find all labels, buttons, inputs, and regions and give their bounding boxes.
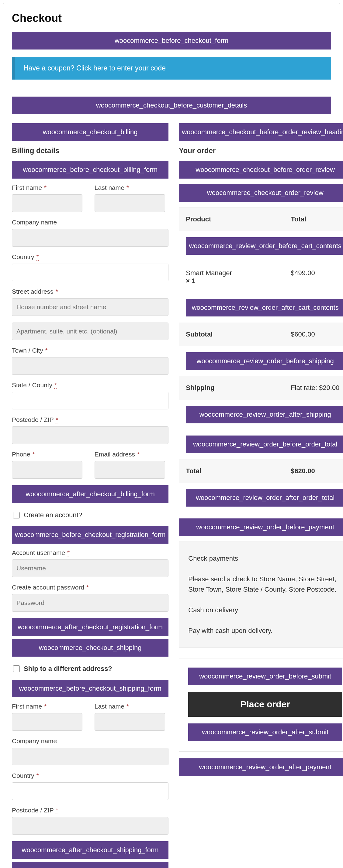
hook-after-checkout-registration-form: woocommerce_after_checkout_registration_… (12, 618, 168, 636)
hook-checkout-billing: woocommerce_checkout_billing (12, 123, 168, 141)
billing-last-name-input[interactable] (94, 194, 165, 212)
billing-phone-label: Phone * (12, 451, 82, 458)
billing-postcode-label: Postcode / ZIP * (12, 416, 168, 423)
shipping-postcode-input[interactable] (12, 817, 168, 835)
billing-phone-input[interactable] (12, 461, 82, 478)
order-shipping-value: Flat rate: $20.00 (284, 376, 343, 400)
order-shipping-label: Shipping (179, 376, 284, 400)
hook-review-after-submit: woocommerce_review_order_after_submit (188, 723, 342, 741)
billing-country-input[interactable] (12, 264, 168, 281)
hook-checkout-order-review: woocommerce_checkout_order_review (179, 184, 343, 202)
hook-before-checkout-registration-form: woocommerce_before_checkout_registration… (12, 526, 168, 544)
order-subtotal-value: $600.00 (284, 322, 343, 346)
shipping-postcode-label: Postcode / ZIP * (12, 807, 168, 814)
billing-first-name-label: First name * (12, 184, 82, 191)
billing-email-label: Email address * (94, 451, 165, 458)
order-item-name: Smart Manager × 1 (179, 261, 284, 293)
billing-town-input[interactable] (12, 357, 168, 375)
hook-before-checkout-shipping-form: woocommerce_before_checkout_shipping_for… (12, 680, 168, 697)
payment-cod-desc: Pay with cash upon delivery. (188, 626, 342, 636)
order-review-table: Product Total woocommerce_review_order_b… (179, 207, 343, 513)
order-heading: Your order (179, 146, 343, 155)
shipping-last-name-label: Last name * (94, 703, 165, 710)
order-subtotal-label: Subtotal (179, 322, 284, 346)
billing-street1-input[interactable] (12, 298, 168, 316)
shipping-company-input[interactable] (12, 748, 168, 765)
order-head-product: Product (179, 208, 284, 231)
billing-state-label: State / County * (12, 381, 168, 389)
left-column: woocommerce_checkout_billing Billing det… (12, 123, 168, 868)
billing-email-input[interactable] (94, 461, 165, 478)
hook-review-before-payment: woocommerce_review_order_before_payment (179, 519, 343, 536)
order-total-label: Total (179, 459, 284, 483)
billing-country-label: Country * (12, 253, 168, 260)
create-account-label: Create an account? (24, 511, 82, 519)
shipping-company-label: Company name (12, 737, 168, 745)
hook-review-after-cart-contents: woocommerce_review_order_after_cart_cont… (186, 299, 343, 316)
billing-street2-input[interactable] (12, 322, 168, 340)
hook-checkout-before-order-review: woocommerce_checkout_before_order_review (179, 161, 343, 179)
payment-check-desc: Please send a check to Store Name, Store… (188, 574, 342, 595)
hook-before-checkout-form: woocommerce_before_checkout_form (12, 32, 331, 50)
ship-different-label: Ship to a different address? (24, 665, 112, 673)
account-username-input[interactable] (12, 559, 168, 577)
hook-before-checkout-billing-form: woocommerce_before_checkout_billing_form (12, 161, 168, 179)
create-account-checkbox[interactable] (13, 512, 20, 519)
shipping-first-name-label: First name * (12, 703, 82, 710)
hook-review-after-payment: woocommerce_review_order_after_payment (179, 758, 343, 776)
hook-before-order-notes: woocommerce_before_order_notes (12, 862, 168, 868)
shipping-country-label: Country * (12, 772, 168, 779)
shipping-first-name-input[interactable] (12, 713, 82, 731)
order-head-total: Total (284, 208, 343, 231)
hook-review-before-shipping: woocommerce_review_order_before_shipping (186, 352, 343, 370)
hook-after-checkout-shipping-form: woocommerce_after_checkout_shipping_form (12, 841, 168, 859)
hook-after-checkout-billing-form: woocommerce_after_checkout_billing_form (12, 485, 168, 503)
page-title: Checkout (12, 12, 331, 25)
billing-company-input[interactable] (12, 229, 168, 247)
hook-review-before-cart-contents: woocommerce_review_order_before_cart_con… (186, 237, 343, 255)
hook-checkout-before-order-review-heading: woocommerce_checkout_before_order_review… (179, 123, 343, 141)
account-password-input[interactable] (12, 594, 168, 612)
account-password-label: Create account password * (12, 584, 168, 591)
account-username-label: Account username * (12, 549, 168, 556)
hook-review-before-submit: woocommerce_review_order_before_submit (188, 668, 342, 685)
payment-cod-title: Cash on delivery (188, 605, 342, 615)
hook-checkout-shipping: woocommerce_checkout_shipping (12, 639, 168, 657)
billing-first-name-input[interactable] (12, 194, 82, 212)
billing-street-label: Street address * (12, 288, 168, 295)
billing-last-name-label: Last name * (94, 184, 165, 191)
hook-review-after-order-total: woocommerce_review_order_after_order_tot… (186, 489, 343, 506)
payment-methods: Check payments Please send a check to St… (179, 541, 343, 648)
billing-postcode-input[interactable] (12, 426, 168, 444)
checkout-page: Checkout woocommerce_before_checkout_for… (3, 3, 340, 868)
submit-block: woocommerce_review_order_before_submit P… (179, 658, 343, 752)
shipping-country-input[interactable] (12, 782, 168, 800)
right-column: woocommerce_checkout_before_order_review… (179, 123, 343, 781)
ship-different-checkbox[interactable] (13, 665, 20, 672)
coupon-notice[interactable]: Have a coupon? Click here to enter your … (12, 57, 331, 80)
order-total-value: $620.00 (284, 459, 343, 483)
place-order-button[interactable]: Place order (188, 692, 342, 717)
billing-state-input[interactable] (12, 392, 168, 409)
billing-heading: Billing details (12, 146, 168, 155)
shipping-last-name-input[interactable] (94, 713, 165, 731)
hook-checkout-before-customer-details: woocommerce_checkout_before_customer_det… (12, 97, 331, 114)
hook-review-before-order-total: woocommerce_review_order_before_order_to… (186, 436, 343, 453)
billing-town-label: Town / City * (12, 347, 168, 354)
payment-check-title: Check payments (188, 553, 342, 564)
hook-review-after-shipping: woocommerce_review_order_after_shipping (186, 406, 343, 423)
billing-company-label: Company name (12, 219, 168, 226)
order-item-total: $499.00 (284, 261, 343, 293)
